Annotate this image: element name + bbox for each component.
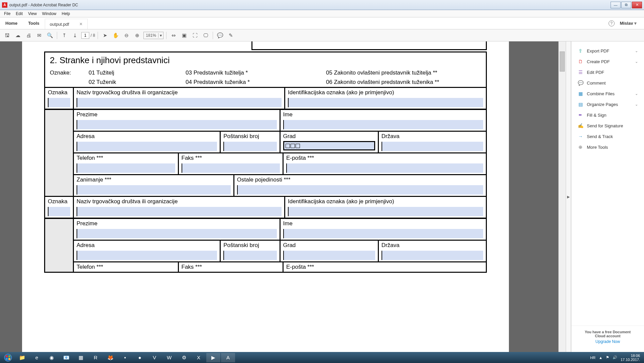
task-excel-icon[interactable]: X — [192, 353, 206, 362]
label-naziv-2: Naziv trgovačkog društva ili organizacij… — [77, 198, 282, 205]
vertical-scrollbar[interactable] — [558, 41, 566, 352]
tab-home[interactable]: Home — [0, 17, 23, 29]
field-drzava-1[interactable] — [382, 142, 483, 151]
field-ident-1[interactable] — [288, 98, 483, 107]
zoom-selector[interactable]: 181% ▾ — [143, 32, 164, 39]
scrollbar-thumb[interactable] — [560, 51, 565, 72]
print-icon[interactable]: 🖨 — [24, 31, 33, 40]
menu-window[interactable]: Window — [39, 11, 59, 17]
task-terminal-icon[interactable]: ▪ — [118, 353, 132, 362]
collapse-right-panel[interactable]: ▸ — [566, 41, 571, 352]
email-icon[interactable]: ✉ — [35, 31, 43, 40]
field-eposta-1[interactable] — [286, 163, 483, 173]
task-grid-icon[interactable]: ▦ — [74, 353, 88, 362]
task-outlook-icon[interactable]: 📧 — [59, 353, 73, 362]
field-adresa-2[interactable] — [77, 251, 217, 260]
rp-combine[interactable]: ▦Combine Files⌄ — [571, 88, 644, 99]
cloud-icon[interactable]: ☁ — [13, 31, 22, 40]
tray-clock[interactable]: 18:06 17.10.2017. — [621, 354, 640, 362]
page-number-input[interactable] — [81, 32, 89, 39]
user-menu[interactable]: Mislav ▾ — [620, 21, 637, 26]
tray-lang[interactable]: HR — [590, 356, 596, 360]
document-viewport[interactable]: 2. Stranke i njihovi predstavnici Oznake… — [0, 41, 566, 352]
chevron-down-icon: ⌄ — [635, 92, 638, 96]
fit-page-icon[interactable]: ▣ — [180, 31, 189, 40]
maximize-button[interactable]: ⧉ — [621, 2, 631, 8]
task-powershell-icon[interactable]: ▶ — [206, 353, 220, 362]
task-word-icon[interactable]: W — [162, 353, 176, 362]
save-icon[interactable]: 🖫 — [3, 31, 11, 40]
rp-create-pdf[interactable]: 🗋Create PDF⌄ — [571, 56, 644, 67]
tray-up-icon[interactable]: ▲ — [599, 356, 603, 360]
field-ime-1[interactable] — [283, 120, 484, 129]
menu-file[interactable]: File — [1, 11, 13, 17]
field-prezime-1[interactable] — [77, 120, 277, 129]
field-postanski-1[interactable] — [223, 142, 277, 151]
rp-more-tools[interactable]: ⊕More Tools — [571, 142, 644, 152]
tray-volume-icon[interactable]: 🔊 — [613, 355, 617, 360]
task-r-icon[interactable]: R — [89, 353, 103, 362]
field-ostale-1[interactable] — [237, 185, 483, 195]
task-explorer-icon[interactable]: 📁 — [15, 353, 29, 362]
field-adresa-1[interactable] — [77, 142, 217, 151]
field-ident-2[interactable] — [288, 207, 483, 216]
field-grad-2[interactable] — [283, 251, 375, 260]
read-mode-icon[interactable]: 🖵 — [201, 31, 210, 40]
start-button[interactable] — [1, 353, 15, 362]
task-acrobat-icon[interactable]: A — [221, 353, 235, 362]
task-ie-icon[interactable]: e — [30, 353, 44, 362]
task-firefox-icon[interactable]: 🦊 — [103, 353, 117, 362]
search-icon[interactable]: 🔍 — [45, 31, 54, 40]
send-track-icon: → — [577, 133, 583, 139]
fit-width-icon[interactable]: ⇔ — [169, 31, 178, 40]
field-ime-2[interactable] — [283, 229, 484, 238]
tab-tools[interactable]: Tools — [23, 17, 45, 29]
highlight-icon[interactable]: ✎ — [226, 31, 235, 40]
field-faks-1[interactable] — [182, 163, 280, 173]
zoom-dropdown-icon[interactable]: ▾ — [158, 33, 163, 38]
menu-view[interactable]: View — [25, 11, 39, 17]
upgrade-now-link[interactable]: Upgrade Now — [577, 339, 638, 344]
legend-06: 06 Zakonito ovlašteni predstavnik tuženi… — [326, 79, 481, 86]
field-postanski-2[interactable] — [223, 251, 277, 260]
page-down-icon[interactable]: ⤓ — [71, 31, 79, 40]
label-zanimanje: Zanimanje *** — [77, 176, 231, 183]
menu-edit[interactable]: Edit — [13, 11, 25, 17]
rp-export-pdf[interactable]: ⇪Export PDF⌄ — [571, 45, 644, 56]
zoom-out-icon[interactable]: ⊖ — [122, 31, 131, 40]
field-naziv-1[interactable] — [77, 98, 282, 107]
field-grad-1[interactable] — [283, 141, 375, 150]
task-chrome-icon[interactable]: ◉ — [44, 353, 59, 362]
rp-send-signature[interactable]: ✍Send for Signature — [571, 120, 644, 131]
tab-document[interactable]: output.pdf ✕ — [45, 19, 88, 29]
hand-icon[interactable]: ✋ — [111, 31, 120, 40]
task-blue-icon[interactable]: ● — [133, 353, 147, 362]
menu-help[interactable]: Help — [59, 11, 73, 17]
rp-organize[interactable]: ▤Organize Pages⌄ — [571, 99, 644, 110]
zoom-in-icon[interactable]: ⊕ — [133, 31, 141, 40]
field-telefon-1[interactable] — [77, 163, 175, 173]
tray-flag-icon[interactable]: ⚑ — [606, 355, 609, 360]
minimize-button[interactable]: — — [611, 2, 621, 8]
field-zanimanje-1[interactable] — [77, 185, 231, 195]
field-oznaka-1[interactable] — [48, 98, 70, 107]
rp-edit-pdf[interactable]: ☰Edit PDF — [571, 67, 644, 78]
pointer-icon[interactable]: ➤ — [101, 31, 109, 40]
close-button[interactable]: ✕ — [632, 2, 642, 8]
fullscreen-icon[interactable]: ⛶ — [191, 31, 199, 40]
label-drzava: Država — [382, 133, 483, 140]
task-gear-icon[interactable]: ⚙ — [177, 353, 191, 362]
field-naziv-2[interactable] — [77, 207, 282, 216]
rp-comment[interactable]: 💬Comment — [571, 78, 644, 88]
rp-fill-sign[interactable]: ✒Fill & Sign — [571, 110, 644, 120]
help-icon[interactable]: ? — [609, 20, 615, 26]
comment-icon[interactable]: 💬 — [216, 31, 224, 40]
task-vnc-icon[interactable]: V — [147, 353, 162, 362]
rp-send-track[interactable]: →Send & Track — [571, 131, 644, 142]
page-up-icon[interactable]: ⤒ — [60, 31, 69, 40]
close-tab-icon[interactable]: ✕ — [79, 22, 83, 26]
label-ime-2: Ime — [283, 220, 484, 227]
field-oznaka-2[interactable] — [48, 207, 70, 216]
field-drzava-2[interactable] — [382, 251, 483, 260]
field-prezime-2[interactable] — [77, 229, 277, 238]
